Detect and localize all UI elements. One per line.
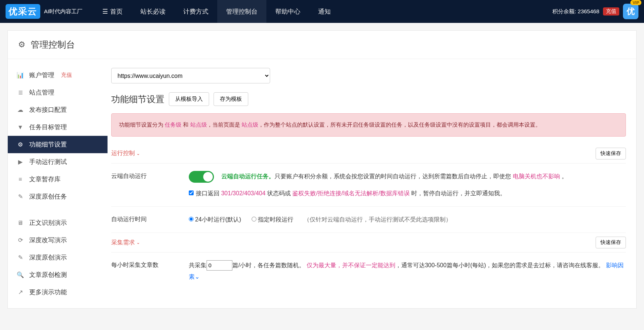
articles-per-hour-input[interactable]	[207, 260, 232, 271]
section-collect-need-title[interactable]: 采集需求⌄	[111, 239, 140, 247]
page-title: 管理控制台	[31, 39, 75, 51]
radio-timed-label[interactable]: 指定时段运行	[252, 216, 293, 223]
label-cloud-auto-run: 云端自动运行	[111, 171, 189, 199]
radio-timed[interactable]	[252, 217, 256, 221]
section-run-control-title[interactable]: 运行控制⌄	[111, 149, 140, 157]
nav-right: 积分余额: 2365468 充值 优 VIP	[552, 4, 638, 19]
sidebar-item-sites[interactable]: ≣站点管理	[8, 84, 108, 101]
sidebar-item-text-recognition[interactable]: 🖥正文识别演示	[8, 214, 108, 231]
gear-icon: ⚙	[18, 40, 25, 49]
section-title: 功能细节设置	[111, 93, 164, 105]
save-template-button[interactable]: 存为模板	[214, 92, 248, 106]
recharge-button[interactable]: 充值	[603, 7, 619, 16]
sidebar-item-article-cache[interactable]: ≡文章暂存库	[8, 171, 108, 188]
chevron-down-icon: ⌄	[195, 274, 200, 280]
sidebar-item-publish[interactable]: ☁发布接口配置	[8, 101, 108, 118]
cloud-icon: ☁	[17, 106, 24, 113]
nav-items: ☰首页 站长必读 计费方式 管理控制台 帮助中心 通知	[93, 0, 340, 23]
play-icon: ▶	[17, 158, 24, 165]
logo-area: 优采云 AI时代内容工厂	[6, 4, 82, 19]
label-articles-per-hour: 每小时采集文章数	[111, 260, 189, 282]
logo-icon: 优采云	[6, 4, 40, 19]
avatar[interactable]: 优 VIP	[623, 4, 638, 19]
sidebar-item-account[interactable]: 📊账户管理充值	[8, 66, 108, 84]
edit-icon: ✎	[17, 193, 24, 200]
db-icon: ≡	[17, 176, 24, 183]
import-template-button[interactable]: 从模板导入	[169, 92, 209, 106]
sidebar-item-more-demo[interactable]: ↗更多演示功能	[8, 283, 108, 301]
radio-24h-label[interactable]: 24小时运行(默认)	[189, 216, 241, 223]
logo-slogan: AI时代内容工厂	[44, 8, 82, 15]
nav-notice[interactable]: 通知	[309, 0, 340, 23]
filter-icon: ▼	[17, 124, 24, 131]
section-run-control: 运行控制⌄ 快速保存	[111, 144, 626, 164]
sidebar-item-original-demo[interactable]: ✎深度原创演示	[8, 249, 108, 266]
sidebar-item-deep-original[interactable]: ✎深度原创任务	[8, 188, 108, 205]
page-panel: ⚙ 管理控制台 📊账户管理充值 ≣站点管理 ☁发布接口配置 ▼任务目标管理 ⚙功…	[7, 30, 637, 309]
refresh-icon: ⟳	[17, 237, 24, 244]
points-label: 积分余额: 2365468	[552, 8, 599, 15]
sidebar-item-task-target[interactable]: ▼任务目标管理	[8, 118, 108, 136]
pause-on-error-checkbox[interactable]	[189, 190, 194, 195]
quick-save-button-2[interactable]: 快速保存	[596, 237, 626, 248]
info-alert: 功能细节设置分为 任务级 和 站点级，当前页面是 站点级，作为整个站点的默认设置…	[111, 113, 626, 137]
nav-must-read[interactable]: 站长必读	[132, 0, 174, 23]
nav-help[interactable]: 帮助中心	[266, 0, 309, 23]
radio-24h[interactable]	[189, 217, 194, 221]
quick-save-button[interactable]: 快速保存	[596, 148, 626, 159]
vip-badge: VIP	[630, 0, 641, 5]
search-icon: 🔍	[17, 271, 24, 278]
cloud-auto-run-toggle[interactable]	[189, 171, 214, 183]
monitor-icon: 🖥	[17, 220, 24, 226]
nav-home[interactable]: ☰首页	[93, 0, 132, 23]
label-auto-run-time: 自动运行时间	[111, 214, 189, 225]
sidebar-item-detail-settings[interactable]: ⚙功能细节设置	[8, 136, 108, 153]
chart-icon: 📊	[17, 72, 24, 79]
green-label: 云端自动运行任务。	[221, 173, 275, 179]
list-icon: ☰	[102, 8, 108, 16]
site-select[interactable]: https://www.ucaiyun.com	[111, 68, 270, 83]
nav-billing[interactable]: 计费方式	[174, 0, 217, 23]
run-time-hint: （仅针对云端自动运行，手动运行测试不受此选项限制）	[304, 216, 452, 223]
list-icon: ≣	[17, 89, 24, 96]
page-header: ⚙ 管理控制台	[8, 31, 636, 59]
share-icon: ↗	[17, 289, 24, 296]
top-navbar: 优采云 AI时代内容工厂 ☰首页 站长必读 计费方式 管理控制台 帮助中心 通知…	[0, 0, 644, 23]
main-content: https://www.ucaiyun.com 功能细节设置 从模板导入 存为模…	[108, 59, 636, 308]
edit-icon: ✎	[17, 254, 24, 261]
sidebar: 📊账户管理充值 ≣站点管理 ☁发布接口配置 ▼任务目标管理 ⚙功能细节设置 ▶手…	[8, 59, 108, 308]
chevron-down-icon: ⌄	[136, 240, 140, 245]
sidebar-item-original-check[interactable]: 🔍文章原创检测	[8, 266, 108, 283]
section-collect-need: 采集需求⌄ 快速保存	[111, 233, 626, 252]
gear-icon: ⚙	[17, 141, 24, 148]
sidebar-recharge-badge: 充值	[61, 72, 72, 79]
chevron-down-icon: ⌄	[136, 151, 140, 156]
sidebar-item-manual-run[interactable]: ▶手动运行测试	[8, 153, 108, 171]
sidebar-item-rewrite-demo[interactable]: ⟳深度改写演示	[8, 231, 108, 249]
nav-console[interactable]: 管理控制台	[217, 0, 266, 23]
